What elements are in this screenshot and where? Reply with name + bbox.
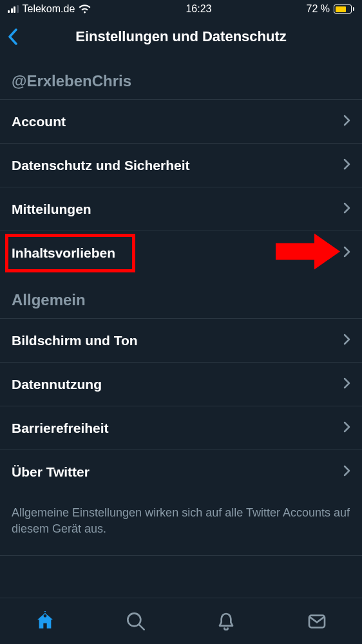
row-label: Account xyxy=(12,114,66,129)
section-account-handle: @ErxlebenChris xyxy=(0,55,362,99)
row-label: Barrierefreiheit xyxy=(12,421,109,436)
wifi-icon xyxy=(79,5,91,14)
annotation-arrow-icon xyxy=(276,233,340,272)
row-data-usage[interactable]: Datennutzung xyxy=(0,362,362,406)
carrier-label: Telekom.de xyxy=(23,3,75,15)
general-footnote: Allgemeine Einstellungen wirken sich auf… xyxy=(0,493,362,556)
tab-bar xyxy=(0,598,362,644)
row-content-preferences[interactable]: Inhaltsvorlieben xyxy=(0,231,362,274)
battery-icon xyxy=(334,5,354,14)
status-time: 16:23 xyxy=(186,3,211,15)
svg-point-0 xyxy=(44,614,47,617)
status-bar: Telekom.de 16:23 72 % xyxy=(0,0,362,18)
row-display-sound[interactable]: Bildschirm und Ton xyxy=(0,318,362,362)
chevron-right-icon xyxy=(343,377,350,392)
row-label: Datennutzung xyxy=(12,377,102,392)
chevron-right-icon xyxy=(343,158,350,173)
tab-messages[interactable] xyxy=(272,598,363,644)
header: Einstellungen und Datenschutz xyxy=(0,18,362,55)
row-label: Bildschirm und Ton xyxy=(12,333,138,348)
section-general-title: Allgemein xyxy=(0,274,362,318)
tab-notifications[interactable] xyxy=(181,598,272,644)
row-about-twitter[interactable]: Über Twitter xyxy=(0,450,362,493)
row-label: Über Twitter xyxy=(12,464,90,480)
row-account[interactable]: Account xyxy=(0,99,362,143)
tab-home[interactable] xyxy=(0,598,91,644)
row-privacy-security[interactable]: Datenschutz und Sicherheit xyxy=(0,143,362,187)
page-title: Einstellungen und Datenschutz xyxy=(8,28,354,45)
row-label: Mitteilungen xyxy=(12,202,91,217)
row-notifications[interactable]: Mitteilungen xyxy=(0,187,362,231)
row-label: Datenschutz und Sicherheit xyxy=(12,158,190,173)
chevron-right-icon xyxy=(343,333,350,348)
chevron-right-icon xyxy=(343,202,350,217)
status-left: Telekom.de xyxy=(8,3,91,15)
back-button[interactable] xyxy=(8,28,18,45)
chevron-right-icon xyxy=(343,464,350,480)
tab-search[interactable] xyxy=(91,598,182,644)
chevron-right-icon xyxy=(343,245,350,261)
chevron-right-icon xyxy=(343,114,350,129)
svg-line-2 xyxy=(139,625,144,629)
signal-icon xyxy=(8,5,19,13)
chevron-right-icon xyxy=(343,421,350,436)
row-accessibility[interactable]: Barrierefreiheit xyxy=(0,406,362,450)
status-right: 72 % xyxy=(307,3,354,15)
row-label: Inhaltsvorlieben xyxy=(12,245,115,261)
svg-point-1 xyxy=(128,613,140,626)
battery-percent: 72 % xyxy=(307,3,330,15)
